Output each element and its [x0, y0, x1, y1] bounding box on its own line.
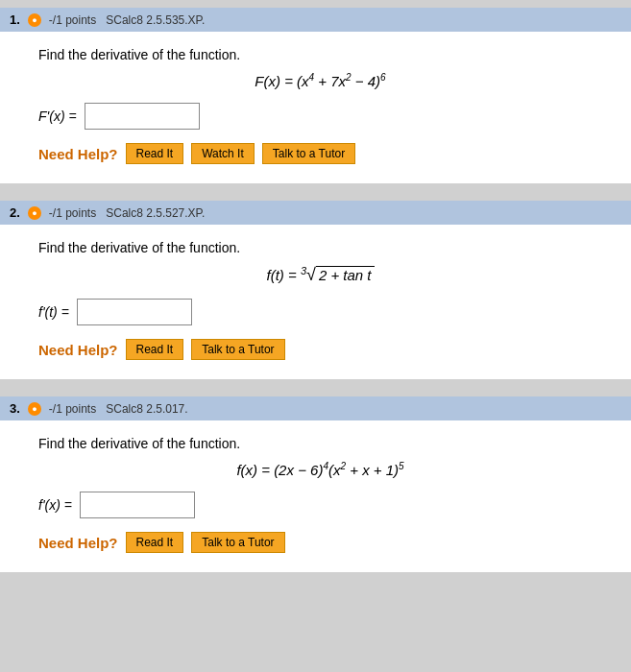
- problem-2-read-it-button[interactable]: Read It: [126, 339, 184, 360]
- problem-3-equation: f(x) = (2x − 6)4(x2 + x + 1)5: [38, 461, 602, 478]
- problem-2-need-help: Need Help?: [38, 342, 118, 358]
- page-wrapper: 1. ● -/1 points SCalc8 2.5.535.XP. Find …: [0, 0, 631, 572]
- problem-1-answer-input[interactable]: [85, 103, 200, 130]
- problem-1-answer-label: F'(x) =: [38, 108, 77, 124]
- problem-3-header: 3. ● -/1 points SCalc8 2.5.017.: [0, 396, 631, 420]
- problem-1-answer-row: F'(x) =: [38, 103, 602, 130]
- problem-1-watch-it-button[interactable]: Watch It: [191, 143, 255, 164]
- problem-3-status: -/1 points SCalc8 2.5.017.: [49, 402, 188, 416]
- problem-1-equation: F(x) = (x4 + 7x2 − 4)6: [38, 72, 602, 89]
- problem-1-instruction: Find the derivative of the function.: [38, 47, 602, 62]
- problem-3-instruction: Find the derivative of the function.: [38, 436, 602, 451]
- problem-2-body: Find the derivative of the function. f(t…: [0, 225, 631, 379]
- problem-1-need-help: Need Help?: [38, 146, 118, 162]
- problem-1-body: Find the derivative of the function. F(x…: [0, 32, 631, 183]
- problem-3-answer-row: f'(x) =: [38, 492, 602, 518]
- problem-3-body: Find the derivative of the function. f(x…: [0, 420, 631, 572]
- problem-2-answer-row: f'(t) =: [38, 299, 602, 325]
- problem-1-status-icon: ●: [28, 13, 41, 27]
- problem-2-equation: f(t) = 3√2 + tan t: [38, 265, 602, 285]
- problem-1-header: 1. ● -/1 points SCalc8 2.5.535.XP.: [0, 8, 631, 32]
- problem-3-talk-tutor-button[interactable]: Talk to a Tutor: [191, 532, 284, 553]
- problem-1-status: -/1 points SCalc8 2.5.535.XP.: [49, 13, 206, 27]
- problem-3-answer-input[interactable]: [80, 492, 195, 518]
- problem-1: 1. ● -/1 points SCalc8 2.5.535.XP. Find …: [0, 8, 631, 183]
- problem-2-instruction: Find the derivative of the function.: [38, 240, 602, 255]
- problem-3-answer-label: f'(x) =: [38, 497, 72, 513]
- problem-2-answer-input[interactable]: [77, 299, 192, 325]
- problem-1-read-it-button[interactable]: Read It: [126, 143, 184, 164]
- problem-2-status: -/1 points SCalc8 2.5.527.XP.: [49, 206, 206, 220]
- problem-2-talk-tutor-button[interactable]: Talk to a Tutor: [191, 339, 284, 360]
- problem-3-number: 3.: [10, 401, 20, 416]
- problem-1-help-row: Need Help? Read It Watch It Talk to a Tu…: [38, 143, 602, 164]
- problem-2-status-icon: ●: [28, 206, 41, 220]
- problem-3-help-row: Need Help? Read It Talk to a Tutor: [38, 532, 602, 553]
- problem-1-number: 1.: [10, 12, 20, 27]
- problem-2-header: 2. ● -/1 points SCalc8 2.5.527.XP.: [0, 201, 631, 225]
- problem-3-read-it-button[interactable]: Read It: [126, 532, 184, 553]
- problem-3-need-help: Need Help?: [38, 535, 118, 551]
- problem-3: 3. ● -/1 points SCalc8 2.5.017. Find the…: [0, 396, 631, 572]
- problem-2-number: 2.: [10, 205, 20, 220]
- problem-1-talk-tutor-button[interactable]: Talk to a Tutor: [262, 143, 355, 164]
- problem-2: 2. ● -/1 points SCalc8 2.5.527.XP. Find …: [0, 201, 631, 379]
- problem-3-status-icon: ●: [28, 402, 41, 416]
- problem-2-help-row: Need Help? Read It Talk to a Tutor: [38, 339, 602, 360]
- problem-2-answer-label: f'(t) =: [38, 304, 69, 320]
